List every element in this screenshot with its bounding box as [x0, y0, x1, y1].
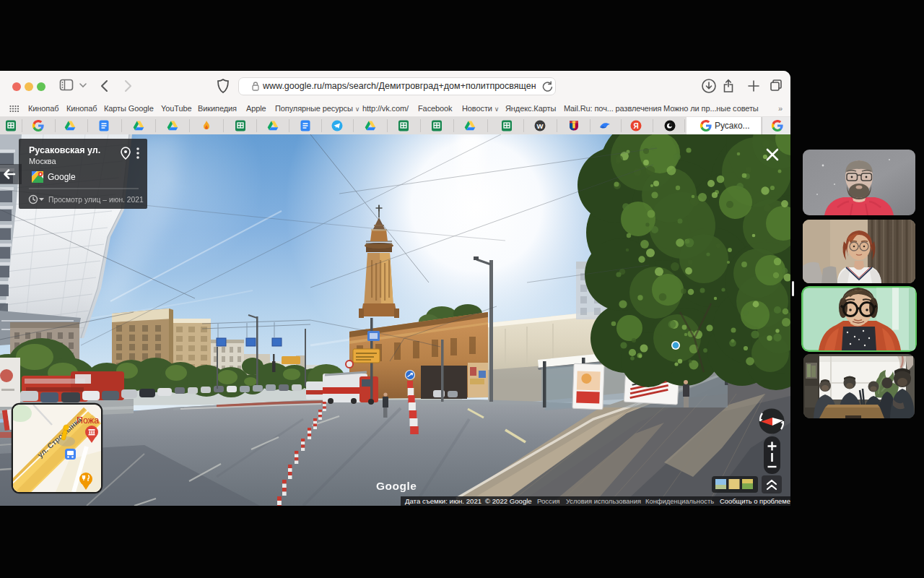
svg-text:Условия использования: Условия использования	[566, 497, 641, 505]
svg-text:W: W	[537, 122, 544, 130]
svg-text:Просмотр улиц – июн. 2021: Просмотр улиц – июн. 2021	[48, 196, 144, 204]
svg-text:Я: Я	[633, 122, 638, 130]
svg-text:Google: Google	[376, 480, 417, 492]
svg-text:Google: Google	[48, 172, 76, 182]
svg-text:Дата съемки: июн. 2021: Дата съемки: июн. 2021	[405, 497, 481, 505]
svg-text:Сообщить о проблеме: Сообщить о проблеме	[720, 497, 790, 505]
svg-text:Пожа: Пожа	[77, 415, 99, 426]
svg-text:Конфиденциальность: Конфиденциальность	[645, 497, 714, 505]
svg-text:Русаковская ул.: Русаковская ул.	[29, 145, 100, 155]
svg-text:Москва: Москва	[29, 157, 56, 165]
svg-text:© 2022 Google: © 2022 Google	[485, 497, 532, 505]
svg-text:Россия: Россия	[537, 497, 559, 505]
